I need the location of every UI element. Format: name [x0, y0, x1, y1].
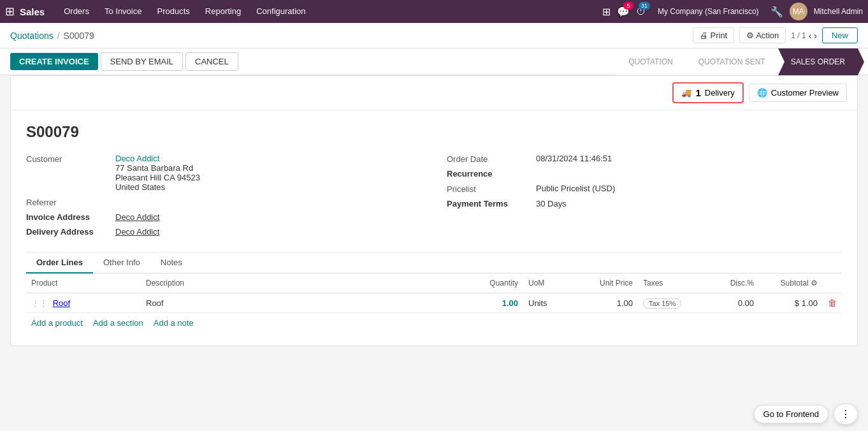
add-section-link[interactable]: Add a section [93, 318, 143, 328]
breadcrumb-bar: Quotations / S00079 🖨 Print ⚙ Action 1 /… [0, 23, 868, 48]
top-navigation: ⊞ Sales Orders To Invoice Products Repor… [0, 0, 868, 23]
delivery-address-field: Delivery Address Deco Addict [26, 227, 421, 237]
chat-icon[interactable]: 💬 5 [617, 6, 630, 18]
col-description: Description [141, 274, 466, 293]
referrer-label: Referrer [26, 197, 115, 207]
drag-handle-icon[interactable]: ⋮⋮ [31, 298, 48, 308]
customer-link[interactable]: Deco Addict [115, 154, 159, 163]
pricelist-field: Pricelist Public Pricelist (USD) [447, 184, 842, 194]
form-right: Order Date 08/31/2024 11:46:51 Recurrenc… [447, 154, 842, 242]
breadcrumb-current: S00079 [64, 31, 94, 41]
col-product: Product [26, 274, 141, 293]
product-link[interactable]: Roof [53, 298, 70, 308]
app-grid-icon[interactable]: ⊞ [5, 4, 15, 18]
order-date-field: Order Date 08/31/2024 11:46:51 [447, 154, 842, 164]
row-delete: 🗑 [823, 293, 842, 313]
nav-orders[interactable]: Orders [57, 0, 96, 23]
payment-terms-field: Payment Terms 30 Days [447, 199, 842, 208]
customer-label: Customer [26, 154, 115, 164]
action-button[interactable]: ⚙ Action [739, 27, 786, 43]
form-left: Customer Deco Addict 77 Santa Barbara Rd… [26, 154, 421, 242]
delivery-address-label: Delivery Address [26, 227, 115, 237]
tab-other-info[interactable]: Other Info [93, 252, 150, 274]
order-date-label: Order Date [447, 154, 536, 164]
payment-terms-value: 30 Days [536, 199, 567, 208]
app-name: Sales [20, 6, 45, 17]
status-sales-order[interactable]: SALES ORDER [778, 48, 858, 75]
avatar[interactable]: MA [790, 3, 807, 20]
order-date-value: 08/31/2024 11:46:51 [536, 154, 612, 163]
action-buttons: CREATE INVOICE SEND BY EMAIL CANCEL [10, 52, 238, 71]
user-name: Mitchell Admin [814, 7, 863, 16]
pricelist-label: Pricelist [447, 184, 536, 194]
customer-preview-button[interactable]: 🌐 Customer Preview [749, 84, 847, 102]
col-actions [823, 274, 842, 293]
nav-to-invoice[interactable]: To Invoice [98, 0, 148, 23]
chat-badge: 5 [623, 2, 633, 10]
row-description: Roof [141, 293, 466, 313]
settings-icon[interactable]: 🔧 [770, 6, 783, 18]
delete-row-button[interactable]: 🗑 [828, 298, 837, 308]
main-content: 🚚 1 Delivery 🌐 Customer Preview S00079 C… [0, 75, 868, 356]
customer-value: Deco Addict 77 Santa Barbara Rd Pleasant… [115, 154, 200, 192]
invoice-address-value[interactable]: Deco Addict [115, 212, 159, 222]
nav-configuration[interactable]: Configuration [250, 0, 312, 23]
tax-badge: Tax 15% [643, 298, 681, 309]
status-quotation-sent[interactable]: QUOTATION SENT [686, 48, 778, 75]
cancel-button[interactable]: CANCEL [185, 52, 238, 71]
status-trail: QUOTATION QUOTATION SENT SALES ORDER [616, 48, 858, 75]
new-button[interactable]: New [822, 27, 858, 43]
next-arrow[interactable]: › [814, 31, 817, 41]
nav-reporting[interactable]: Reporting [199, 0, 247, 23]
row-quantity: 1.00 [466, 293, 523, 313]
row-taxes: Tax 15% [638, 293, 714, 313]
breadcrumb-separator: / [57, 31, 60, 41]
send-by-email-button[interactable]: SEND BY EMAIL [101, 52, 183, 71]
recurrence-field: Recurrence [447, 169, 842, 179]
globe-icon: 🌐 [757, 88, 767, 98]
breadcrumb-parent[interactable]: Quotations [10, 31, 54, 41]
breadcrumb-actions: 🖨 Print ⚙ Action 1 / 1 ‹ › New [693, 27, 858, 43]
row-product: ⋮⋮ Roof [26, 293, 141, 313]
row-subtotal: $ 1.00 [759, 293, 823, 313]
row-unit-price: 1.00 [574, 293, 638, 313]
order-number: S00079 [26, 123, 842, 141]
action-bar: CREATE INVOICE SEND BY EMAIL CANCEL QUOT… [0, 48, 868, 75]
col-unit-price: Unit Price [574, 274, 638, 293]
add-note-link[interactable]: Add a note [154, 318, 194, 328]
pagination-text: 1 / 1 [791, 31, 806, 40]
referrer-field: Referrer [26, 197, 421, 207]
col-disc: Disc.% [714, 274, 759, 293]
order-lines-table: Product Description Quantity UoM [26, 274, 842, 313]
tabs: Order Lines Other Info Notes [26, 252, 842, 274]
add-product-link[interactable]: Add a product [31, 318, 83, 328]
invoice-address-label: Invoice Address [26, 212, 115, 222]
invoice-address-field: Invoice Address Deco Addict [26, 212, 421, 222]
col-uom: UoM [523, 274, 574, 293]
content-card: 🚚 1 Delivery 🌐 Customer Preview S00079 C… [10, 75, 858, 346]
nav-products[interactable]: Products [150, 0, 196, 23]
company-name: My Company (San Francisco) [658, 7, 759, 16]
add-actions: Add a product Add a section Add a note [26, 313, 842, 333]
pricelist-value: Public Pricelist (USD) [536, 184, 615, 193]
breadcrumb: Quotations / S00079 [10, 31, 94, 41]
tab-notes[interactable]: Notes [150, 252, 192, 274]
delivery-address-value[interactable]: Deco Addict [115, 227, 159, 237]
delivery-button[interactable]: 🚚 1 Delivery [672, 82, 743, 103]
clock-badge: 31 [639, 2, 650, 10]
clock-icon[interactable]: ⏱ 31 [636, 6, 646, 17]
apps-icon[interactable]: ⊞ [602, 6, 611, 18]
payment-terms-label: Payment Terms [447, 199, 536, 208]
customer-address: 77 Santa Barbara Rd Pleasant Hill CA 945… [115, 163, 200, 192]
status-quotation[interactable]: QUOTATION [616, 48, 686, 75]
create-invoice-button[interactable]: CREATE INVOICE [10, 53, 98, 70]
tab-order-lines[interactable]: Order Lines [26, 252, 93, 274]
smart-buttons-row: 🚚 1 Delivery 🌐 Customer Preview [11, 76, 857, 110]
col-subtotal: Subtotal ⚙ [759, 274, 823, 293]
truck-icon: 🚚 [681, 88, 691, 98]
prev-arrow[interactable]: ‹ [809, 31, 812, 41]
print-button[interactable]: 🖨 Print [693, 27, 734, 43]
pagination: 1 / 1 ‹ › [791, 31, 817, 41]
col-taxes: Taxes [638, 274, 714, 293]
form-row: Customer Deco Addict 77 Santa Barbara Rd… [26, 154, 842, 242]
